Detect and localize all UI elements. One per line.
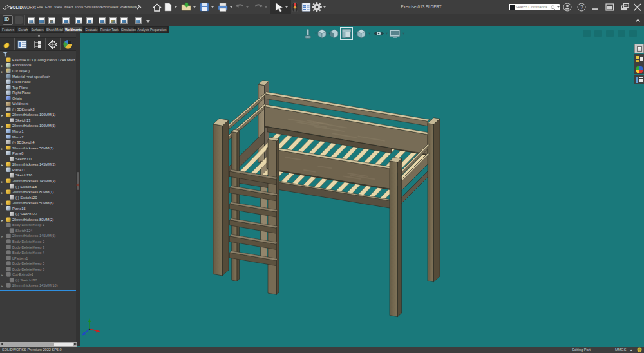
svg-text:?: ? [580,3,583,10]
